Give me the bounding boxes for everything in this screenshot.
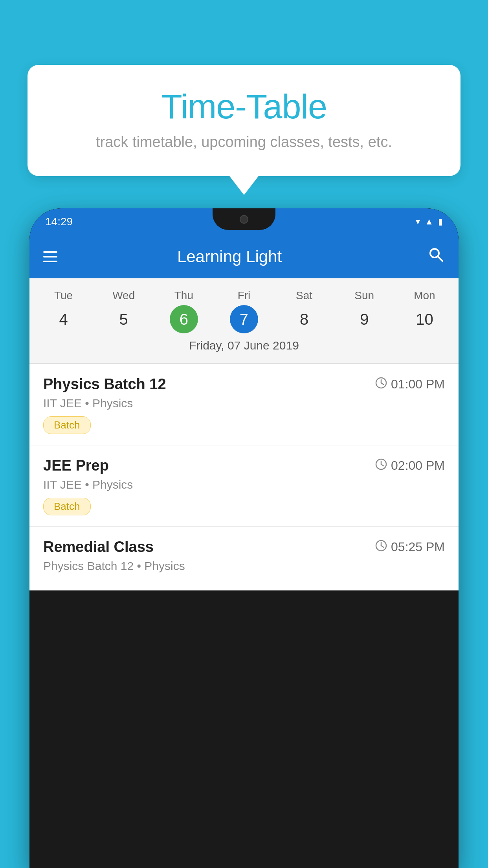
day-header-mon: Mon [394,286,455,305]
status-bar: 14:29 ▾ ▲ ▮ [29,208,459,235]
day-7-selected[interactable]: 7 [230,305,258,333]
speech-bubble: Time-Table track timetable, upcoming cla… [28,65,460,176]
day-header-fri: Fri [214,286,274,305]
svg-line-4 [381,383,383,384]
svg-line-10 [381,546,383,547]
app-bar: Learning Light [29,235,459,278]
camera [240,215,248,224]
schedule-item-1-header: Physics Batch 12 01:00 PM [43,376,445,393]
day-headers: Tue Wed Thu Fri Sat Sun Mon [29,286,459,305]
status-icons: ▾ ▲ ▮ [416,217,443,227]
date-label: Friday, 07 June 2019 [29,333,459,359]
batch-badge-1: Batch [43,416,91,434]
day-6-today[interactable]: 6 [170,305,198,333]
schedule-container: Physics Batch 12 01:00 PM IIT JEE • Phys… [29,364,459,590]
day-10[interactable]: 10 [394,305,455,333]
schedule-item-1[interactable]: Physics Batch 12 01:00 PM IIT JEE • Phys… [29,364,459,445]
day-header-wed: Wed [94,286,154,305]
day-header-tue: Tue [33,286,94,305]
schedule-item-2-header: JEE Prep 02:00 PM [43,457,445,474]
day-4[interactable]: 4 [33,305,94,333]
schedule-item-2[interactable]: JEE Prep 02:00 PM IIT JEE • Physics [29,445,459,527]
day-header-sat: Sat [274,286,334,305]
schedule-item-1-name: Physics Batch 12 [43,376,166,393]
clock-icon-3 [375,540,387,555]
schedule-item-1-sub: IIT JEE • Physics [43,397,445,410]
schedule-item-3-time: 05:25 PM [375,540,445,555]
app-title: Learning Light [43,247,416,266]
page-subtitle: track timetable, upcoming classes, tests… [51,134,437,151]
schedule-item-3[interactable]: Remedial Class 05:25 PM Physics Batch 12… [29,527,459,590]
svg-line-7 [381,464,383,466]
day-9[interactable]: 9 [334,305,394,333]
schedule-item-3-header: Remedial Class 05:25 PM [43,539,445,555]
status-time: 14:29 [45,215,73,228]
clock-icon-1 [375,377,387,392]
schedule-item-3-name: Remedial Class [43,539,154,555]
clock-icon-2 [375,458,387,473]
schedule-item-2-sub: IIT JEE • Physics [43,478,445,491]
calendar-strip: Tue Wed Thu Fri Sat Sun Mon 4 5 6 7 8 9 … [29,278,459,363]
search-icon[interactable] [427,246,445,267]
day-5[interactable]: 5 [94,305,154,333]
day-8[interactable]: 8 [274,305,334,333]
page-title: Time-Table [51,86,437,127]
schedule-item-3-sub: Physics Batch 12 • Physics [43,559,445,573]
schedule-item-2-name: JEE Prep [43,457,109,474]
notch [213,208,275,230]
day-numbers: 4 5 6 7 8 9 10 [29,305,459,333]
day-header-sun: Sun [334,286,394,305]
phone-frame: 14:29 ▾ ▲ ▮ Learning Light [29,208,459,868]
wifi-icon: ▾ [416,217,420,227]
svg-line-1 [438,256,442,261]
schedule-item-1-time: 01:00 PM [375,377,445,392]
batch-badge-2: Batch [43,498,91,515]
schedule-item-2-time: 02:00 PM [375,458,445,473]
phone-inner: 14:29 ▾ ▲ ▮ Learning Light [29,208,459,590]
battery-icon: ▮ [438,217,443,227]
signal-icon: ▲ [425,217,433,227]
day-header-thu: Thu [154,286,214,305]
